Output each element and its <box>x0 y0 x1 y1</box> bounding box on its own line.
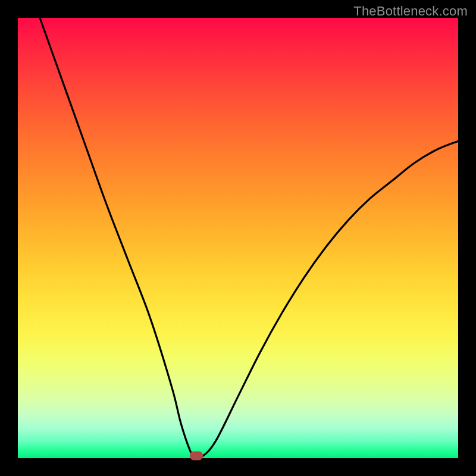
chart-frame: TheBottleneck.com <box>0 0 476 476</box>
optimal-point-marker <box>190 452 203 461</box>
bottleneck-curve <box>18 18 458 458</box>
plot-area <box>18 18 458 458</box>
watermark: TheBottleneck.com <box>353 4 468 19</box>
